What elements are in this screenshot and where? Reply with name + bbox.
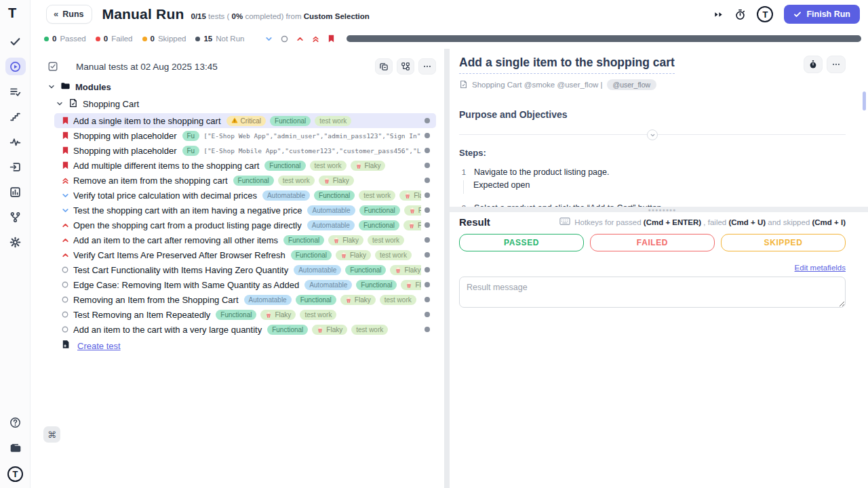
popcorn-icon — [404, 192, 411, 199]
popcorn-icon — [333, 237, 340, 244]
sidebar-analytics-icon[interactable] — [5, 183, 26, 201]
test-row[interactable]: Test the shopping cart with an item havi… — [54, 203, 436, 218]
tree-node-shopping-cart[interactable]: Shopping Cart — [39, 98, 444, 110]
filter-priority-low-icon[interactable] — [264, 35, 273, 43]
sidebar-tests-icon[interactable] — [5, 33, 26, 50]
result-message-input[interactable] — [459, 277, 846, 308]
sidebar-branch-icon[interactable] — [5, 208, 26, 226]
tests-ratio: 0/15 — [191, 12, 205, 20]
passed-button[interactable]: PASSED — [459, 234, 584, 251]
sidebar-settings-icon[interactable] — [5, 233, 26, 251]
account-avatar[interactable]: T — [757, 6, 773, 22]
test-row[interactable]: Verify Cart Items Are Preserved After Br… — [54, 247, 436, 262]
sidebar-steps-icon[interactable] — [5, 108, 26, 125]
not-run-status-dot[interactable] — [425, 282, 430, 287]
tag-automatable: Automatable — [262, 190, 310, 201]
test-row[interactable]: Remove an item from the shopping cartFun… — [54, 173, 436, 188]
not-run-status-dot[interactable] — [425, 178, 430, 183]
fast-forward-icon[interactable] — [713, 9, 724, 20]
back-to-runs-button[interactable]: « Runs — [46, 5, 92, 24]
sidebar-runs-icon[interactable] — [5, 58, 26, 75]
test-row[interactable]: Removing an Item from the Shopping CartA… — [54, 292, 436, 307]
not-run-status-dot[interactable] — [425, 252, 430, 258]
test-title[interactable]: Add a single item to the shopping cart — [459, 56, 675, 74]
logo-icon[interactable]: T — [5, 465, 26, 483]
failed-button[interactable]: FAILED — [590, 234, 715, 251]
not-run-status-dot[interactable] — [425, 192, 430, 198]
not-run-status-dot[interactable] — [425, 133, 430, 138]
not-run-status-dot[interactable] — [425, 163, 430, 168]
not-run-status-dot[interactable] — [425, 312, 430, 317]
tag-flaky: Flaky — [404, 205, 421, 216]
tree-node-modules[interactable]: Modules — [39, 81, 444, 93]
test-title: Test the shopping cart with an item havi… — [73, 205, 302, 216]
projects-folder-icon[interactable] — [5, 439, 26, 457]
test-row[interactable]: Test Removing an Item RepeatedlyFunction… — [54, 307, 436, 322]
duplicate-run-button[interactable] — [375, 58, 393, 75]
test-row[interactable]: Shopping with placeholderFu["E-Shop Mobi… — [54, 143, 436, 158]
test-row[interactable]: Add an item to the cart after removing a… — [54, 232, 436, 247]
circle-icon — [61, 266, 69, 274]
breadcrumb-path: Shopping Cart @smoke @user_flow | — [472, 81, 603, 89]
tag-functional: Functional — [283, 235, 324, 245]
not-run-status-dot[interactable] — [425, 222, 430, 228]
not-run-status-dot[interactable] — [425, 148, 430, 153]
more-options-button[interactable] — [827, 56, 846, 73]
tag-testwork: test work — [375, 250, 412, 260]
filter-priority-normal-icon[interactable] — [280, 35, 289, 43]
test-row[interactable]: Add a single item to the shopping cartCr… — [54, 113, 436, 128]
test-row[interactable]: Shopping with placeholderFu["E-Shop Web … — [54, 128, 436, 143]
help-icon[interactable] — [5, 413, 26, 431]
sidebar-plans-icon[interactable] — [5, 83, 26, 100]
test-row[interactable]: Test Cart Functionality with Items Havin… — [54, 262, 436, 277]
skipped-button[interactable]: SKIPPED — [721, 234, 846, 251]
test-title: Shopping with placeholder — [73, 146, 177, 156]
filter-priority-critical-icon[interactable] — [327, 34, 336, 43]
filter-priority-highest-icon[interactable] — [311, 35, 320, 43]
run-checklist-icon — [47, 61, 58, 72]
run-progress-bar — [347, 35, 861, 42]
tree-view-button[interactable] — [397, 58, 414, 75]
collapse-toggle[interactable] — [647, 129, 658, 140]
panel-splitter[interactable] — [444, 49, 450, 488]
tag-automatable: Automatable — [307, 220, 355, 230]
test-row[interactable]: Verify total price calculation with deci… — [54, 188, 436, 203]
not-run-status-dot[interactable] — [425, 237, 430, 243]
chevron-down-icon[interactable] — [56, 100, 64, 108]
test-row[interactable]: Add multiple different items to the shop… — [54, 158, 436, 173]
not-run-status-dot[interactable] — [425, 118, 430, 123]
test-row[interactable]: Add an item to the cart with a very larg… — [54, 322, 436, 337]
result-splitter[interactable]: ●●●●●●●● — [450, 207, 868, 212]
not-run-status-dot[interactable] — [425, 297, 430, 302]
status-dot-icon — [142, 37, 147, 41]
steps-list: 1Navigate to the product listing page.Ex… — [459, 167, 846, 207]
edit-metafields-link[interactable]: Edit metafields — [795, 264, 846, 272]
create-test-link[interactable]: Create test — [77, 341, 121, 351]
sidebar-import-icon[interactable] — [5, 158, 26, 176]
not-run-status-dot[interactable] — [425, 267, 430, 272]
filter-priority-high-icon[interactable] — [296, 35, 304, 43]
test-tags: AutomatableFunctionalFlakytest work — [244, 295, 421, 305]
test-step: 1Navigate to the product listing page.Ex… — [459, 167, 846, 194]
test-detail-panel: Add a single item to the shopping cart S… — [450, 49, 868, 488]
not-run-status-dot[interactable] — [425, 207, 430, 213]
command-palette-button[interactable]: ⌘ — [43, 426, 60, 443]
tag-functional: Fu — [182, 131, 200, 141]
description-scrollbar[interactable] — [863, 92, 866, 110]
tag-user-flow[interactable]: @user_flow — [607, 79, 657, 90]
chevron-up-icon — [61, 221, 70, 230]
popcorn-icon — [345, 296, 352, 304]
section-divider — [459, 134, 846, 135]
test-row[interactable]: Edge Case: Removing Item with Same Quant… — [54, 277, 436, 292]
sidebar-pulse-icon[interactable] — [5, 133, 26, 150]
test-row[interactable]: Open the shopping cart from a product li… — [54, 218, 436, 232]
not-run-status-dot[interactable] — [425, 327, 430, 332]
timer-icon[interactable] — [734, 9, 746, 20]
popcorn-icon — [355, 162, 362, 169]
chevron-down-icon[interactable] — [47, 83, 56, 91]
finish-run-button[interactable]: Finish Run — [784, 5, 860, 24]
test-title: Remove an item from the shopping cart — [73, 176, 228, 186]
more-options-button[interactable] — [418, 58, 436, 75]
stopwatch-button[interactable] — [804, 56, 823, 73]
test-title: Open the shopping cart from a product li… — [73, 220, 302, 230]
